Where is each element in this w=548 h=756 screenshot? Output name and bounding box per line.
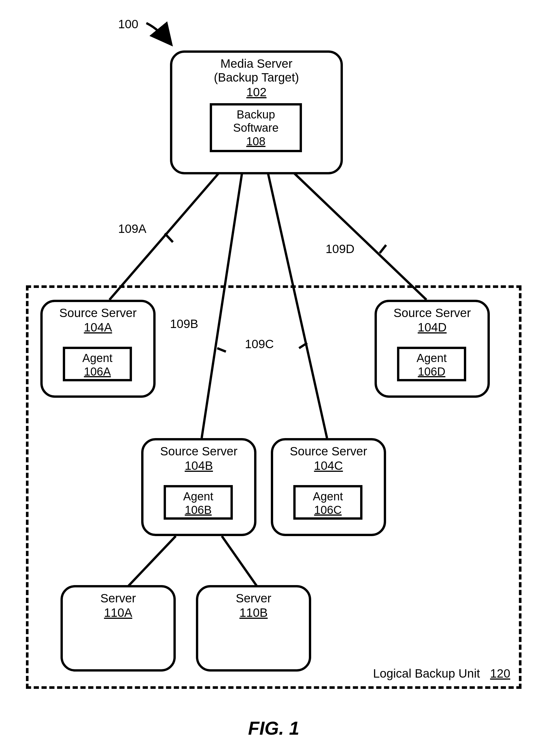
agent-c-title: Agent [295,490,360,503]
server-a-ref: 110A [63,606,174,620]
agent-b-box: Agent 106B [164,485,233,520]
media-server-ref: 102 [172,85,340,99]
source-server-d: Source Server 104D Agent 106D [374,300,490,398]
server-a: Server 110A [61,585,176,672]
server-b-title: Server [198,591,309,605]
ss-b-ref: 104B [144,459,254,473]
ss-c-title: Source Server [273,444,384,458]
ss-b-title: Source Server [144,444,254,458]
backup-software-title1: Backup [212,108,299,121]
svg-line-0 [110,173,219,300]
agent-a-ref: 106A [65,365,130,378]
agent-d-ref: 106D [399,365,464,378]
svg-line-4 [165,233,173,242]
ss-d-ref: 104D [377,321,487,334]
media-server-title2: (Backup Target) [172,71,340,84]
agent-b-ref: 106B [166,504,231,516]
ss-d-title: Source Server [377,306,487,320]
backup-software-box: Backup Software 108 [210,103,302,152]
agent-a-box: Agent 106A [63,347,132,381]
logical-backup-unit-label: Logical Backup Unit 120 [373,667,510,680]
media-server-title1: Media Server [172,57,340,71]
diagram-canvas: 100 109A 109B 109C 109D Media Server (Ba… [12,12,536,744]
source-server-b: Source Server 104B Agent 106B [141,438,257,536]
agent-c-ref: 106C [295,504,360,516]
server-b: Server 110B [196,585,311,672]
backup-software-title2: Software [212,121,299,134]
lbu-ref: 120 [490,667,510,680]
link-label-109a: 109A [118,222,146,236]
source-server-a: Source Server 104A Agent 106A [40,300,156,398]
svg-line-3 [294,173,426,300]
server-a-title: Server [63,591,174,605]
agent-b-title: Agent [166,490,231,503]
agent-d-box: Agent 106D [397,347,466,381]
ss-c-ref: 104C [273,459,384,473]
svg-line-7 [380,245,386,253]
lbu-text: Logical Backup Unit [373,667,480,680]
server-b-ref: 110B [198,606,309,620]
ss-a-title: Source Server [43,306,153,320]
ss-a-ref: 104A [43,321,153,334]
source-server-c: Source Server 104C Agent 106C [271,438,386,536]
link-label-109d: 109D [325,242,354,256]
backup-software-ref: 108 [212,135,299,148]
figure-caption: FIG. 1 [12,718,536,739]
agent-a-title: Agent [65,351,130,365]
agent-d-title: Agent [399,351,464,365]
agent-c-box: Agent 106C [293,485,362,520]
media-server-box: Media Server (Backup Target) 102 Backup … [170,50,343,174]
